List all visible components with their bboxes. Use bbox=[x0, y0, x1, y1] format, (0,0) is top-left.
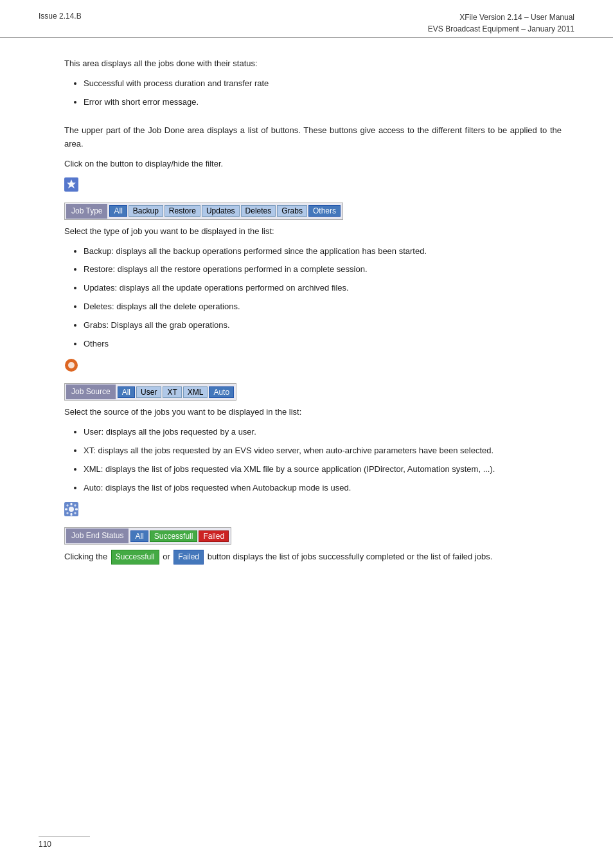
job-source-btn-user[interactable]: User bbox=[136, 386, 161, 398]
job-type-btn-others[interactable]: Others bbox=[308, 205, 341, 217]
clicking-desc-or: or bbox=[163, 552, 170, 561]
list-item-deletes: Deletes: displays all the delete operati… bbox=[84, 300, 562, 314]
job-type-btn-restore[interactable]: Restore bbox=[164, 205, 200, 217]
inline-btn-failed[interactable]: Failed bbox=[173, 550, 204, 565]
select-source-intro: Select the source of the jobs you want t… bbox=[64, 406, 562, 419]
list-item-updates: Updates: displays all the update operati… bbox=[84, 282, 562, 295]
job-type-icon-block bbox=[64, 177, 562, 196]
job-source-list: User: displays all the jobs requested by… bbox=[84, 426, 562, 494]
clicking-desc-start: Clicking the bbox=[64, 552, 107, 561]
list-item-auto: Auto: displays the list of jobs requeste… bbox=[84, 482, 562, 495]
job-source-label: Job Source bbox=[66, 384, 116, 399]
clicking-desc-end: button displays the list of jobs success… bbox=[208, 552, 493, 561]
svg-rect-10 bbox=[75, 509, 78, 511]
job-source-icon-block bbox=[64, 358, 562, 377]
svg-point-6 bbox=[69, 507, 74, 512]
job-end-status-filter-bar: Job End Status All Successfull Failed bbox=[64, 527, 231, 545]
manual-title: XFile Version 2.14 – User Manual EVS Bro… bbox=[428, 12, 574, 35]
clicking-desc: Clicking the Successfull or Failed butto… bbox=[64, 550, 562, 565]
page-number: 110 bbox=[39, 840, 51, 849]
job-source-btn-xml[interactable]: XML bbox=[183, 386, 208, 398]
job-end-status-icon-block bbox=[64, 502, 562, 521]
intro-list: Successful with process duration and tra… bbox=[84, 77, 562, 109]
list-item-error: Error with short error message. bbox=[84, 96, 562, 109]
list-item-user: User: displays all the jobs requested by… bbox=[84, 426, 562, 439]
para-click: Click on the button to display/hide the … bbox=[64, 158, 562, 171]
job-end-status-label: Job End Status bbox=[66, 529, 129, 543]
job-source-btn-xt[interactable]: XT bbox=[163, 386, 181, 398]
job-type-btn-deletes[interactable]: Deletes bbox=[241, 205, 276, 217]
main-content: This area displays all the jobs done wit… bbox=[0, 44, 613, 597]
inline-btn-successfull[interactable]: Successfull bbox=[111, 550, 159, 565]
svg-rect-9 bbox=[65, 509, 67, 511]
gear-icon bbox=[64, 502, 78, 516]
list-item-xml: XML: displays the list of jobs requested… bbox=[84, 463, 562, 476]
job-type-btn-backup[interactable]: Backup bbox=[129, 205, 163, 217]
select-type-intro: Select the type of job you want to be di… bbox=[64, 225, 562, 239]
intro-paragraph: This area displays all the jobs done wit… bbox=[64, 57, 562, 71]
star-icon bbox=[64, 177, 78, 192]
para-filters: The upper part of the Job Done area disp… bbox=[64, 124, 562, 151]
list-item-grabs: Grabs: Displays all the grab operations. bbox=[84, 319, 562, 332]
list-item-successful: Successful with process duration and tra… bbox=[84, 77, 562, 91]
svg-rect-8 bbox=[71, 513, 73, 516]
job-type-btn-all[interactable]: All bbox=[109, 205, 127, 217]
job-type-btn-updates[interactable]: Updates bbox=[202, 205, 240, 217]
job-source-btn-all[interactable]: All bbox=[118, 386, 135, 398]
svg-rect-7 bbox=[71, 503, 73, 505]
page-footer: 110 bbox=[39, 836, 90, 849]
job-source-filter-bar: Job Source All User XT XML Auto bbox=[64, 383, 236, 401]
list-item-xt: XT: displays all the jobs requested by a… bbox=[84, 444, 562, 458]
job-end-status-btn-all[interactable]: All bbox=[130, 530, 148, 542]
list-item-restore: Restore: displays all the restore operat… bbox=[84, 263, 562, 276]
svg-point-4 bbox=[68, 362, 75, 368]
job-type-list: Backup: displays all the backup operatio… bbox=[84, 245, 562, 351]
job-type-btn-grabs[interactable]: Grabs bbox=[277, 205, 307, 217]
list-item-backup: Backup: displays all the backup operatio… bbox=[84, 245, 562, 258]
page-header: Issue 2.14.B XFile Version 2.14 – User M… bbox=[0, 0, 613, 38]
job-type-label: Job Type bbox=[66, 204, 107, 219]
circle-icon bbox=[64, 358, 78, 372]
job-type-filter-bar: Job Type All Backup Restore Updates Dele… bbox=[64, 203, 343, 220]
job-source-btn-auto[interactable]: Auto bbox=[209, 386, 234, 398]
job-end-status-btn-successfull[interactable]: Successfull bbox=[150, 530, 198, 542]
issue-label: Issue 2.14.B bbox=[39, 12, 82, 35]
job-end-status-btn-failed[interactable]: Failed bbox=[199, 530, 229, 542]
list-item-others: Others bbox=[84, 338, 562, 351]
svg-rect-2 bbox=[69, 183, 73, 186]
